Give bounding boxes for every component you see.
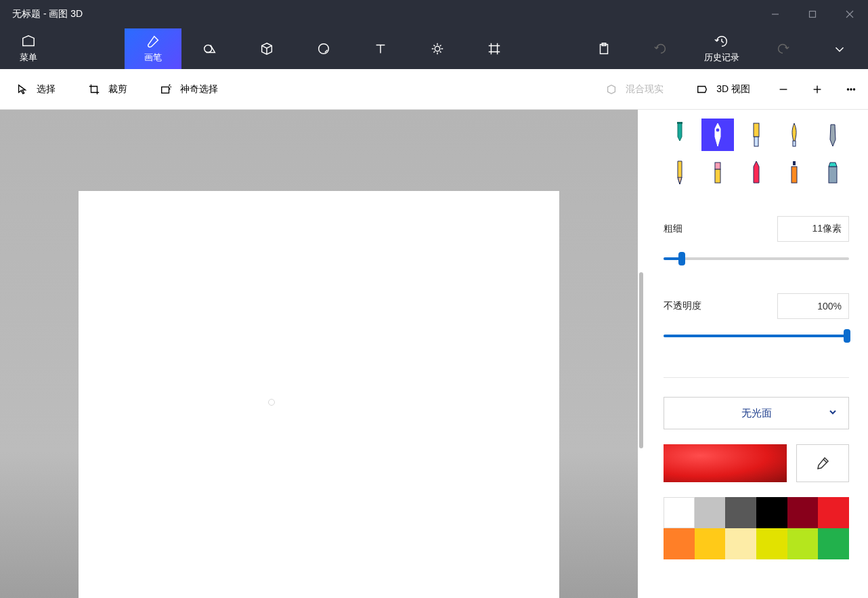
select-tool[interactable]: 选择 (0, 69, 72, 109)
svg-rect-18 (754, 123, 759, 137)
undo-button[interactable] (632, 28, 689, 69)
swatch[interactable] (756, 497, 787, 528)
text-tab[interactable] (352, 28, 409, 69)
color-swatches (664, 497, 849, 559)
main-toolbar: 菜单 画笔 历史记录 (0, 28, 868, 69)
svg-point-17 (716, 128, 720, 132)
svg-rect-20 (793, 141, 796, 146)
svg-rect-23 (791, 167, 797, 183)
thickness-row: 粗细 (664, 216, 849, 242)
swatch[interactable] (787, 528, 819, 559)
context-toolbar: 选择 裁剪 神奇选择 混合现实 3D 视图 (0, 69, 868, 110)
svg-point-14 (850, 88, 852, 89)
opacity-label: 不透明度 (664, 300, 701, 312)
chevron-down-icon (828, 408, 838, 419)
swatch[interactable] (725, 497, 756, 528)
menu-label: 菜单 (20, 51, 37, 64)
brush-flat[interactable] (740, 119, 773, 151)
magic-label: 神奇选择 (180, 83, 218, 95)
canvas-tab[interactable] (466, 28, 523, 69)
svg-rect-16 (677, 122, 682, 124)
view-3d-tool[interactable]: 3D 视图 (680, 69, 766, 109)
svg-rect-9 (162, 87, 169, 93)
scrollbar-thumb[interactable] (639, 272, 643, 448)
window-title: 无标题 - 画图 3D (0, 8, 83, 20)
current-color-swatch[interactable] (664, 444, 787, 482)
brush-crayon[interactable] (740, 156, 773, 189)
svg-point-13 (847, 88, 848, 89)
close-button[interactable] (831, 0, 868, 28)
material-label: 无光面 (741, 407, 772, 420)
swatch[interactable] (818, 528, 849, 559)
svg-rect-1 (809, 12, 815, 18)
svg-point-5 (319, 44, 329, 54)
opacity-row: 不透明度 (664, 293, 849, 319)
brush-eraser[interactable] (701, 156, 734, 189)
zoom-in-button[interactable] (800, 69, 834, 109)
view3d-label: 3D 视图 (716, 83, 750, 95)
maximize-button[interactable] (794, 0, 831, 28)
brush-marker[interactable] (664, 119, 696, 151)
brush-pointed[interactable] (778, 119, 810, 151)
select-label: 选择 (37, 83, 56, 95)
swatch[interactable] (695, 528, 726, 559)
history-button[interactable]: 历史记录 (689, 28, 754, 69)
brush-cursor (268, 399, 275, 406)
window-controls (756, 0, 868, 28)
crop-tool[interactable]: 裁剪 (72, 69, 144, 109)
brushes-tab[interactable]: 画笔 (125, 28, 181, 69)
svg-rect-22 (715, 169, 720, 183)
effects-tab[interactable] (409, 28, 466, 69)
crop-label: 裁剪 (108, 83, 127, 95)
swatch[interactable] (756, 528, 787, 559)
brush-pencil[interactable] (664, 156, 696, 189)
stickers-tab[interactable] (295, 28, 352, 69)
thickness-slider[interactable] (664, 251, 849, 266)
mixed-reality-tool: 混合现实 (589, 69, 680, 109)
svg-rect-24 (793, 161, 796, 165)
svg-rect-19 (754, 137, 758, 146)
brush-chisel[interactable] (817, 119, 849, 151)
divider (664, 377, 849, 378)
3d-shapes-tab[interactable] (238, 28, 295, 69)
svg-rect-25 (829, 167, 837, 183)
overflow-button[interactable] (834, 69, 868, 109)
zoom-out-button[interactable] (766, 69, 800, 109)
thickness-input[interactable] (777, 216, 849, 242)
swatch[interactable] (664, 528, 695, 559)
canvas[interactable] (79, 191, 559, 598)
svg-point-15 (853, 88, 854, 89)
swatch[interactable] (664, 497, 695, 528)
opacity-slider[interactable] (664, 328, 849, 343)
brush-fill[interactable] (817, 156, 849, 189)
paste-button[interactable] (576, 28, 632, 69)
opacity-input[interactable] (777, 293, 849, 319)
more-button[interactable] (811, 28, 868, 69)
material-dropdown[interactable]: 无光面 (664, 397, 849, 429)
thickness-label: 粗细 (664, 223, 682, 235)
brush-calligraphy[interactable] (701, 119, 734, 151)
brushes-label: 画笔 (144, 51, 162, 64)
brush-picker (664, 119, 849, 189)
swatch[interactable] (725, 528, 756, 559)
magic-select-tool[interactable]: 神奇选择 (144, 69, 234, 109)
svg-rect-21 (715, 163, 720, 169)
current-color-row (664, 444, 849, 482)
svg-point-6 (435, 46, 439, 51)
main-area: 书写笔 (0, 110, 868, 598)
scrollbar[interactable] (638, 110, 645, 598)
swatch[interactable] (787, 497, 819, 528)
brush-spray[interactable] (778, 156, 810, 189)
redo-button[interactable] (754, 28, 811, 69)
menu-button[interactable]: 菜单 (0, 28, 57, 69)
swatch[interactable] (818, 497, 849, 528)
2d-shapes-tab[interactable] (181, 28, 238, 69)
minimize-button[interactable] (756, 0, 794, 28)
history-label: 历史记录 (704, 51, 739, 64)
swatch[interactable] (695, 497, 726, 528)
properties-panel: 书写笔 (645, 110, 868, 598)
mixed-label: 混合现实 (626, 83, 664, 95)
titlebar: 无标题 - 画图 3D (0, 0, 868, 28)
eyedropper-button[interactable] (796, 444, 849, 482)
canvas-area[interactable] (0, 110, 638, 598)
